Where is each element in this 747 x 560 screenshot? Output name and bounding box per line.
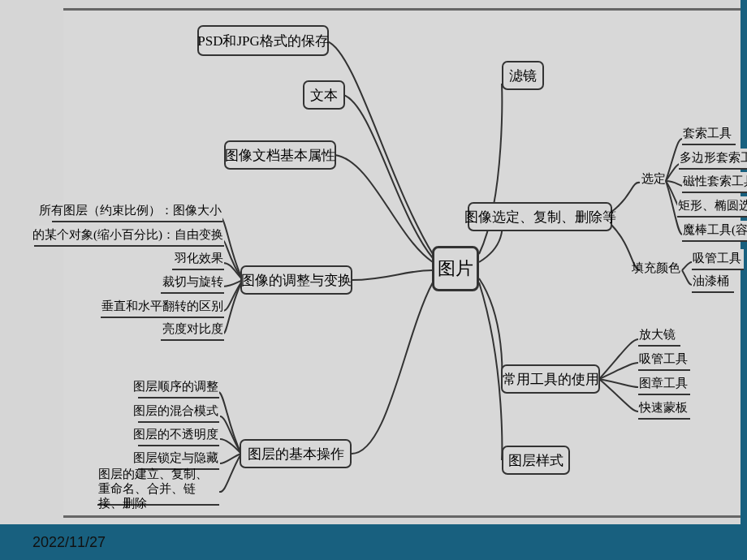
node-select-copy: 图像选定、复制、删除等 [468,202,612,231]
leaf-tool-3: 快速蒙板 [638,398,690,420]
leaf-adjust-0: 所有图层（约束比例）：图像大小 [52,201,222,222]
footer-date: 2022/11/27 [32,534,106,551]
node-psd-jpg: PSD和JPG格式的保存 [197,25,329,56]
slide: 图片 PSD和JPG格式的保存 文本 图像文档基本属性 图像的调整与变换 所有图… [0,0,747,560]
node-layer-ops: 图层的基本操作 [240,439,352,468]
leaf-layer-1: 图层的混合模式 [138,402,219,423]
leaf-adjust-2: 羽化效果 [172,249,224,270]
leaf-fill-1: 油漆桶 [692,272,734,293]
leaf-tool-0: 放大镜 [638,325,680,347]
node-filter: 滤镜 [502,61,544,90]
leaf-select-1: 多边形套索工具 [679,149,747,170]
leaf-tool-2: 图章工具 [638,374,690,395]
node-adjust: 图像的调整与变换 [240,265,352,295]
center-node: 图片 [432,246,479,291]
node-layer-style: 图层样式 [502,446,570,475]
leaf-select-4: 魔棒工具(容差) [682,221,747,242]
node-text: 文本 [303,80,345,110]
right-edge-stripe [741,0,747,560]
leaf-tool-1: 吸管工具 [638,350,690,371]
leaf-select-0: 套索工具 [682,124,736,145]
leaf-adjust-5: 亮度对比度 [161,320,224,341]
node-tools: 常用工具的使用 [501,364,600,394]
leaf-layer-4: 图层的建立、复制、重命名、合并、链接、删除 [97,473,219,506]
node-doc-attr: 图像文档基本属性 [224,140,336,170]
leaf-layer-0: 图层顺序的调整 [138,377,219,398]
leaf-fill-0: 吸管工具 [692,249,744,270]
sublabel-fill: 填充颜色 [632,261,680,276]
footer-bar: 2022/11/27 [0,524,747,560]
leaf-adjust-4: 垂直和水平翻转的区别 [101,297,224,318]
leaf-select-3: 矩形、椭圆选框工 [677,196,747,218]
diagram-frame: 图片 PSD和JPG格式的保存 文本 图像文档基本属性 图像的调整与变换 所有图… [63,8,741,518]
leaf-select-2: 磁性套索工具 [682,172,747,193]
leaf-adjust-3: 裁切与旋转 [161,273,224,294]
leaf-layer-2: 图层的不透明度 [138,425,219,446]
leaf-adjust-1: 的某个对象(缩小百分比)：自由变换 [34,226,224,247]
sublabel-select: 选定 [641,171,666,187]
